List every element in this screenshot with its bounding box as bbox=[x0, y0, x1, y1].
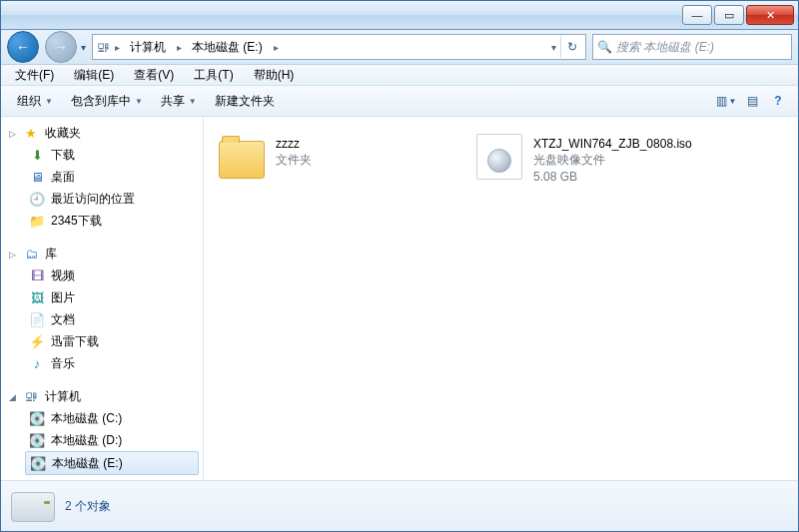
nav-bar: ← → ▾ 🖳 ▸ 计算机 ▸ 本地磁盘 (E:) ▸ ▾ ↻ 🔍 搜索 本地磁… bbox=[1, 30, 798, 65]
file-item-folder[interactable]: zzzz 文件夹 bbox=[214, 129, 461, 185]
menu-view[interactable]: 查看(V) bbox=[126, 66, 182, 85]
sidebar-item-videos[interactable]: 🎞 视频 bbox=[3, 265, 203, 286]
libraries-header[interactable]: ▷ 🗂 库 bbox=[3, 244, 203, 265]
details-pane: 2 个对象 bbox=[1, 480, 798, 531]
desktop-icon: 🖥 bbox=[29, 169, 45, 185]
chevron-down-icon: ▼ bbox=[189, 97, 197, 106]
chevron-down-icon: ▼ bbox=[729, 97, 737, 106]
file-size: 5.08 GB bbox=[533, 170, 692, 184]
sidebar-item-label: 迅雷下载 bbox=[51, 333, 99, 350]
file-list[interactable]: zzzz 文件夹 XTZJ_WIN764_ZJB_0808.iso 光盘映像文件… bbox=[204, 117, 798, 480]
search-input[interactable]: 🔍 搜索 本地磁盘 (E:) bbox=[592, 34, 792, 60]
sidebar-item-label: 文档 bbox=[51, 311, 75, 328]
folder-icon bbox=[218, 133, 266, 181]
computer-group: ◢ 🖳 计算机 💽 本地磁盘 (C:) 💽 本地磁盘 (D:) 💽 本地磁盘 (… bbox=[3, 386, 203, 475]
organize-button[interactable]: 组织 ▼ bbox=[9, 90, 61, 113]
sidebar-item-music[interactable]: ♪ 音乐 bbox=[3, 352, 203, 374]
refresh-button[interactable]: ↻ bbox=[560, 36, 583, 58]
sidebar-item-drive-c[interactable]: 💽 本地磁盘 (C:) bbox=[3, 407, 203, 429]
include-label: 包含到库中 bbox=[71, 93, 131, 110]
command-bar: 组织 ▼ 包含到库中 ▼ 共享 ▼ 新建文件夹 ▥ ▼ ▤ ? bbox=[1, 86, 798, 117]
folder-icon: 📁 bbox=[29, 213, 45, 229]
new-folder-label: 新建文件夹 bbox=[215, 93, 275, 110]
menu-edit[interactable]: 编辑(E) bbox=[66, 66, 122, 85]
sidebar-item-drive-e[interactable]: 💽 本地磁盘 (E:) bbox=[25, 451, 199, 475]
computer-icon: 🖳 bbox=[23, 389, 39, 405]
expand-icon: ▷ bbox=[7, 129, 17, 139]
menu-help[interactable]: 帮助(H) bbox=[246, 66, 303, 85]
sidebar-item-label: 本地磁盘 (D:) bbox=[51, 432, 122, 449]
sidebar-item-downloads[interactable]: ⬇ 下载 bbox=[3, 144, 203, 166]
chevron-down-icon: ▼ bbox=[135, 97, 143, 106]
drive-icon: 💽 bbox=[29, 410, 45, 426]
search-icon: 🔍 bbox=[597, 40, 612, 54]
sidebar-item-desktop[interactable]: 🖥 桌面 bbox=[3, 166, 203, 188]
document-icon: 📄 bbox=[29, 311, 45, 327]
drive-icon: 💽 bbox=[29, 432, 45, 448]
view-icon: ▥ bbox=[716, 94, 727, 108]
new-folder-button[interactable]: 新建文件夹 bbox=[207, 90, 283, 113]
share-button[interactable]: 共享 ▼ bbox=[153, 90, 205, 113]
file-item-iso[interactable]: XTZJ_WIN764_ZJB_0808.iso 光盘映像文件 5.08 GB bbox=[471, 129, 719, 188]
explorer-window: — ▭ ✕ ← → ▾ 🖳 ▸ 计算机 ▸ 本地磁盘 (E:) ▸ ▾ ↻ 🔍 … bbox=[0, 0, 799, 532]
sidebar-item-2345[interactable]: 📁 2345下载 bbox=[3, 210, 203, 232]
file-name: XTZJ_WIN764_ZJB_0808.iso bbox=[533, 137, 692, 151]
forward-button[interactable]: → bbox=[45, 31, 77, 63]
favorites-label: 收藏夹 bbox=[45, 125, 81, 142]
file-name: zzzz bbox=[276, 137, 312, 151]
back-button[interactable]: ← bbox=[7, 31, 39, 63]
sidebar-item-pictures[interactable]: 🖼 图片 bbox=[3, 286, 203, 308]
chevron-right-icon[interactable]: ▸ bbox=[173, 42, 186, 53]
close-button[interactable]: ✕ bbox=[746, 5, 794, 25]
sidebar-item-label: 图片 bbox=[51, 289, 75, 306]
minimize-button[interactable]: — bbox=[682, 5, 712, 25]
menu-tools[interactable]: 工具(T) bbox=[186, 66, 241, 85]
recent-icon: 🕘 bbox=[29, 191, 45, 207]
library-icon: 🗂 bbox=[23, 247, 39, 263]
body: ▷ ★ 收藏夹 ⬇ 下载 🖥 桌面 🕘 最近访问的位置 📁 bbox=[1, 117, 798, 480]
file-type: 光盘映像文件 bbox=[533, 152, 692, 169]
file-meta: XTZJ_WIN764_ZJB_0808.iso 光盘映像文件 5.08 GB bbox=[533, 133, 692, 184]
expand-icon: ◢ bbox=[7, 392, 17, 402]
computer-label: 计算机 bbox=[45, 388, 81, 405]
include-in-library-button[interactable]: 包含到库中 ▼ bbox=[63, 90, 151, 113]
video-icon: 🎞 bbox=[29, 267, 45, 283]
file-meta: zzzz 文件夹 bbox=[276, 133, 312, 169]
history-dropdown-icon[interactable]: ▾ bbox=[81, 42, 86, 53]
sidebar-item-label: 本地磁盘 (C:) bbox=[51, 410, 122, 427]
sidebar-item-label: 视频 bbox=[51, 267, 75, 284]
preview-pane-button[interactable]: ▤ bbox=[740, 90, 764, 112]
sidebar-item-label: 2345下载 bbox=[51, 213, 102, 230]
sidebar-item-label: 下载 bbox=[51, 147, 75, 164]
sidebar-item-recent[interactable]: 🕘 最近访问的位置 bbox=[3, 188, 203, 210]
download-icon: ⬇ bbox=[29, 147, 45, 163]
sidebar-item-thunder[interactable]: ⚡ 迅雷下载 bbox=[3, 330, 203, 352]
chevron-right-icon[interactable]: ▸ bbox=[111, 42, 124, 53]
libraries-label: 库 bbox=[45, 246, 57, 263]
computer-icon: 🖳 bbox=[95, 39, 111, 55]
computer-header[interactable]: ◢ 🖳 计算机 bbox=[3, 386, 203, 407]
drive-icon: 💽 bbox=[30, 455, 46, 471]
iso-icon bbox=[475, 133, 523, 181]
breadcrumb-segment[interactable]: 本地磁盘 (E:) bbox=[186, 36, 270, 58]
favorites-group: ▷ ★ 收藏夹 ⬇ 下载 🖥 桌面 🕘 最近访问的位置 📁 bbox=[3, 123, 203, 232]
maximize-button[interactable]: ▭ bbox=[714, 5, 744, 25]
star-icon: ★ bbox=[23, 126, 39, 142]
help-button[interactable]: ? bbox=[766, 90, 790, 112]
address-bar[interactable]: 🖳 ▸ 计算机 ▸ 本地磁盘 (E:) ▸ ▾ ↻ bbox=[92, 34, 586, 60]
libraries-group: ▷ 🗂 库 🎞 视频 🖼 图片 📄 文档 ⚡ 迅 bbox=[3, 244, 203, 374]
breadcrumb-segment[interactable]: 计算机 bbox=[124, 36, 173, 58]
favorites-header[interactable]: ▷ ★ 收藏夹 bbox=[3, 123, 203, 144]
file-type: 文件夹 bbox=[276, 152, 312, 169]
drive-icon bbox=[11, 489, 53, 523]
sidebar-item-documents[interactable]: 📄 文档 bbox=[3, 308, 203, 330]
sidebar-item-label: 本地磁盘 (E:) bbox=[52, 455, 123, 472]
sidebar-item-label: 最近访问的位置 bbox=[51, 191, 135, 208]
view-options-button[interactable]: ▥ ▼ bbox=[714, 90, 738, 112]
share-label: 共享 bbox=[161, 93, 185, 110]
menu-file[interactable]: 文件(F) bbox=[7, 66, 62, 85]
chevron-down-icon[interactable]: ▾ bbox=[547, 42, 560, 53]
sidebar-item-drive-d[interactable]: 💽 本地磁盘 (D:) bbox=[3, 429, 203, 451]
chevron-right-icon[interactable]: ▸ bbox=[270, 42, 283, 53]
music-icon: ♪ bbox=[29, 355, 45, 371]
